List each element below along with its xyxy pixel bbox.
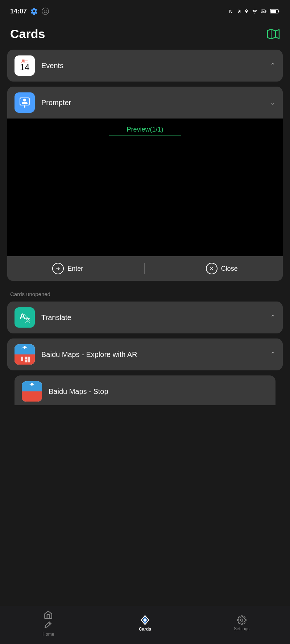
- map-icon[interactable]: [267, 29, 280, 40]
- home-pen-icon: [44, 621, 53, 630]
- events-card: 周二 14 Events ⌃: [7, 50, 283, 82]
- cards-unopened-label: Cards unopened: [0, 286, 290, 302]
- prompter-chevron-icon: ⌄: [270, 99, 276, 107]
- enter-circle-icon: ➜: [52, 263, 64, 274]
- prompter-card-title: Prompter: [41, 99, 270, 107]
- location-icon: [244, 8, 249, 14]
- baidu-maps-icon-inner: [14, 344, 35, 365]
- status-bar: 14:07 N: [0, 0, 290, 20]
- baidu-bottom-graphic: [20, 355, 30, 364]
- status-icons: N: [229, 8, 280, 14]
- svg-rect-17: [24, 105, 25, 108]
- prompter-actions: ➜ Enter ✕ Close: [7, 256, 283, 281]
- baidu-maps-stop-card-header[interactable]: Baidu Maps - Stop: [14, 375, 276, 405]
- svg-point-1: [44, 11, 45, 12]
- settings-nav-icon: [237, 615, 246, 625]
- close-circle-icon: ✕: [206, 263, 218, 274]
- silent-icon: N: [229, 8, 234, 14]
- translate-chevron-icon: ⌃: [270, 313, 276, 321]
- svg-text:N: N: [229, 9, 232, 14]
- cards-diamond-icon: [140, 615, 150, 625]
- prompter-app-icon: [14, 92, 35, 113]
- nav-cards-label: Cards: [139, 627, 151, 632]
- nav-home-label: Home: [42, 632, 54, 637]
- baidu-maps-ar-title: Baidu Maps - Explore with AR: [41, 350, 270, 359]
- svg-point-2: [46, 11, 47, 12]
- bluetooth-icon: [237, 8, 241, 14]
- svg-rect-10: [270, 10, 276, 13]
- svg-rect-5: [266, 11, 266, 12]
- baidu-maps-stop-card: Baidu Maps - Stop: [14, 375, 276, 405]
- prompter-icon-graphic: [18, 96, 31, 109]
- baidu-top-graphic: [19, 345, 30, 354]
- battery-icon: [270, 9, 280, 14]
- baidu-maps-ar-app-icon: [14, 344, 35, 365]
- nav-item-home[interactable]: Home: [0, 610, 97, 637]
- home-nav-icon: [44, 610, 53, 619]
- baidu-maps-ar-chevron-icon: ⌃: [270, 350, 276, 358]
- page-title: Cards: [10, 27, 45, 41]
- battery-x-icon: [261, 9, 267, 14]
- baidu-maps-stop-icon-inner: [22, 381, 42, 402]
- events-card-title: Events: [41, 62, 270, 70]
- robot-icon: [41, 7, 49, 15]
- svg-point-15: [23, 99, 26, 101]
- prompter-card: Prompter ⌄ Preview(1/1) ➜ Enter ✕ Close: [7, 87, 283, 281]
- status-left: 14:07: [10, 7, 49, 15]
- baidu-maps-ar-card-header[interactable]: Baidu Maps - Explore with AR ⌃: [7, 338, 283, 370]
- preview-black-content: [7, 139, 283, 256]
- action-divider: [144, 263, 145, 274]
- translate-card: A 文 Translate ⌃: [7, 302, 283, 333]
- close-label: Close: [221, 265, 238, 273]
- svg-rect-9: [278, 11, 279, 12]
- enter-label: Enter: [67, 265, 83, 273]
- translate-card-header[interactable]: A 文 Translate ⌃: [7, 302, 283, 333]
- cards-nav-icon: [140, 615, 150, 625]
- baidu-maps-ar-card: Baidu Maps - Explore with AR ⌃: [7, 338, 283, 370]
- cards-container: 周二 14 Events ⌃ Prompter ⌄: [0, 50, 290, 281]
- translate-card-title: Translate: [41, 313, 270, 322]
- events-day-number: 14: [20, 63, 30, 72]
- bottom-navigation: Home Cards Settings: [0, 606, 290, 644]
- nav-item-settings[interactable]: Settings: [193, 615, 290, 631]
- gear-icon: [30, 8, 38, 15]
- wifi-icon: [252, 9, 258, 14]
- prompter-preview-area: Preview(1/1): [7, 119, 283, 256]
- baidu-stop-icon-bottom: [22, 391, 42, 402]
- svg-rect-16: [22, 102, 28, 104]
- header: Cards: [0, 20, 290, 50]
- enter-button[interactable]: ➜ Enter: [52, 263, 83, 274]
- preview-label: Preview(1/1): [127, 126, 163, 133]
- events-app-icon: 周二 14: [14, 55, 35, 76]
- svg-text:文: 文: [25, 317, 30, 323]
- baidu-maps-stop-title: Baidu Maps - Stop: [49, 387, 268, 396]
- events-chevron-icon: ⌃: [270, 62, 276, 70]
- status-time: 14:07: [10, 8, 27, 15]
- unopened-cards-container: A 文 Translate ⌃: [0, 302, 290, 405]
- translate-app-icon: A 文: [14, 307, 35, 328]
- prompter-card-header[interactable]: Prompter ⌄: [7, 87, 283, 119]
- preview-underline: [109, 136, 181, 136]
- nav-settings-label: Settings: [234, 626, 249, 631]
- baidu-stop-icon-top: [22, 381, 42, 391]
- nav-item-cards[interactable]: Cards: [97, 615, 194, 632]
- baidu-stop-top-graphic: [26, 382, 37, 391]
- baidu-maps-icon-top: [14, 344, 35, 354]
- svg-point-0: [42, 8, 49, 14]
- translate-icon-graphic: A 文: [18, 311, 31, 324]
- svg-point-25: [240, 619, 243, 622]
- events-card-header[interactable]: 周二 14 Events ⌃: [7, 50, 283, 82]
- baidu-maps-icon-bottom: [14, 354, 35, 365]
- baidu-maps-stop-app-icon: [22, 381, 42, 402]
- close-button[interactable]: ✕ Close: [206, 263, 238, 274]
